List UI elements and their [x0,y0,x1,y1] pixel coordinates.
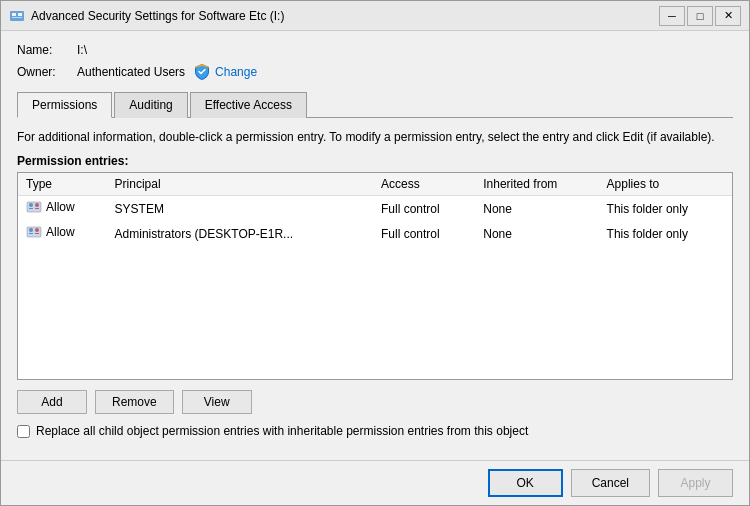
main-window: Advanced Security Settings for Software … [0,0,750,506]
name-label: Name: [17,43,77,57]
svg-rect-3 [12,17,22,18]
table-row[interactable]: Allow SYSTEMFull controlNoneThis folder … [18,196,732,222]
change-link[interactable]: Change [215,65,257,79]
svg-rect-1 [12,13,16,16]
cancel-button[interactable]: Cancel [571,469,650,497]
cell-principal: SYSTEM [107,196,373,222]
svg-rect-9 [35,208,39,209]
cell-applies: This folder only [599,196,732,222]
table-header-row: Type Principal Access Inherited from App… [18,173,732,196]
owner-row: Owner: Authenticated Users Change [17,63,733,81]
owner-label: Owner: [17,65,77,79]
maximize-button[interactable]: □ [687,6,713,26]
replace-checkbox-label[interactable]: Replace all child object permission entr… [36,424,528,438]
permission-table: Type Principal Access Inherited from App… [18,173,732,246]
svg-rect-5 [27,202,41,212]
remove-button[interactable]: Remove [95,390,174,414]
col-applies: Applies to [599,173,732,196]
tab-bar: Permissions Auditing Effective Access [17,91,733,118]
description-text: For additional information, double-click… [17,128,733,146]
cell-inherited: None [475,196,598,222]
permission-table-container: Type Principal Access Inherited from App… [17,172,733,380]
svg-point-8 [35,203,39,207]
table-row[interactable]: Allow Administrators (DESKTOP-E1R...Full… [18,221,732,246]
shield-icon [193,63,211,81]
bottom-bar: OK Cancel Apply [1,460,749,505]
table-action-buttons: Add Remove View [17,390,733,414]
content-area: Name: I:\ Owner: Authenticated Users Cha… [1,31,749,460]
cell-access: Full control [373,221,475,246]
window-controls: ─ □ ✕ [659,6,741,26]
tab-auditing[interactable]: Auditing [114,92,187,118]
svg-point-6 [29,203,33,207]
title-bar: Advanced Security Settings for Software … [1,1,749,31]
cell-access: Full control [373,196,475,222]
col-type: Type [18,173,107,196]
svg-rect-14 [35,233,39,234]
svg-rect-2 [18,13,22,16]
apply-button[interactable]: Apply [658,469,733,497]
section-label: Permission entries: [17,154,733,168]
cell-principal: Administrators (DESKTOP-E1R... [107,221,373,246]
ok-button[interactable]: OK [488,469,563,497]
replace-checkbox[interactable] [17,425,30,438]
tab-permissions[interactable]: Permissions [17,92,112,118]
add-button[interactable]: Add [17,390,87,414]
name-row: Name: I:\ [17,43,733,57]
svg-rect-12 [29,233,33,234]
replace-checkbox-row: Replace all child object permission entr… [17,424,733,438]
cell-type: Allow [18,221,107,246]
svg-rect-10 [27,227,41,237]
window-title: Advanced Security Settings for Software … [31,9,659,23]
cell-inherited: None [475,221,598,246]
window-icon [9,8,25,24]
cell-applies: This folder only [599,221,732,246]
owner-value: Authenticated Users [77,65,185,79]
svg-point-11 [29,228,33,232]
tab-effective-access[interactable]: Effective Access [190,92,307,118]
cell-type: Allow [18,196,107,222]
svg-rect-7 [29,208,33,209]
name-value: I:\ [77,43,87,57]
view-button[interactable]: View [182,390,252,414]
col-access: Access [373,173,475,196]
close-button[interactable]: ✕ [715,6,741,26]
col-inherited: Inherited from [475,173,598,196]
minimize-button[interactable]: ─ [659,6,685,26]
col-principal: Principal [107,173,373,196]
svg-point-13 [35,228,39,232]
